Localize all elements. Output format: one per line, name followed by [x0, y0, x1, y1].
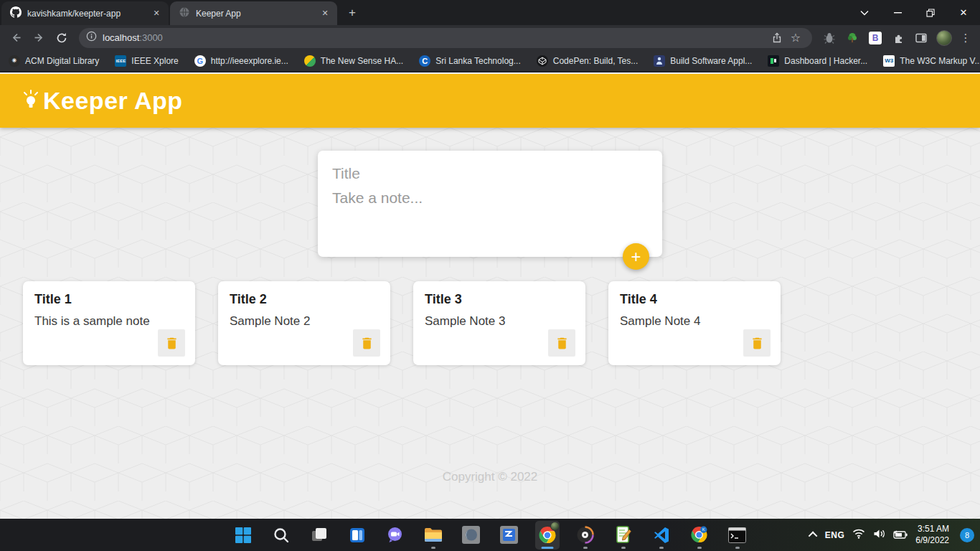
google-favicon: G [194, 55, 206, 67]
notepadpp-button[interactable] [611, 521, 636, 550]
bookmark-label: CodePen: Build, Tes... [553, 56, 639, 66]
trash-icon [359, 336, 374, 351]
address-bar[interactable]: localhost:3000 ☆ [79, 28, 812, 48]
acm-favicon: ✳ [9, 55, 20, 67]
bookmark-build-software[interactable]: Build Software Appl... [654, 55, 752, 67]
running-indicator [697, 547, 702, 549]
new-sense-favicon [304, 55, 316, 67]
extension-b-icon[interactable]: B [865, 28, 885, 48]
tab-close-icon[interactable]: ✕ [319, 7, 331, 20]
hidden-icons-chevron-icon[interactable] [808, 532, 817, 541]
note-content: Sample Note 2 [230, 314, 379, 329]
app-button-1[interactable] [459, 521, 484, 550]
wifi-icon[interactable] [852, 529, 865, 542]
extensions-puzzle-icon[interactable] [888, 28, 908, 48]
w3c-favicon: W3 [883, 55, 895, 67]
file-explorer-button[interactable] [421, 521, 446, 550]
bookmark-label: The New Sense HA... [321, 56, 403, 66]
extension-bug-icon[interactable] [819, 28, 839, 48]
bookmark-sri-lanka-tech[interactable]: CSri Lanka Technolog... [419, 55, 521, 67]
clock-time: 3:51 AM [915, 524, 949, 535]
bookmark-label: Sri Lanka Technolog... [435, 56, 521, 66]
volume-icon[interactable] [873, 529, 885, 542]
bookmark-ieee[interactable]: IEEEIEEE Xplore [115, 55, 178, 67]
bookmark-label: IEEE Xplore [131, 56, 178, 66]
running-indicator [583, 547, 588, 549]
forward-icon[interactable] [29, 28, 49, 48]
bookmark-hackerrank[interactable]: Dashboard | Hacker... [768, 55, 867, 67]
bookmark-codepen[interactable]: CodePen: Build, Tes... [537, 55, 639, 67]
app-title: Keeper App [43, 87, 183, 115]
tab-keeper-app[interactable]: Keeper App ✕ [170, 1, 337, 25]
app-button-2[interactable] [497, 521, 522, 550]
lightbulb-icon [22, 89, 40, 113]
note-card: Title 3 Sample Note 3 [413, 281, 585, 365]
reload-icon[interactable] [52, 28, 72, 48]
vscode-button[interactable] [649, 521, 674, 550]
extension-tree-icon[interactable] [842, 28, 862, 48]
browser-toolbar: localhost:3000 ☆ B ⋮ [0, 25, 980, 50]
profile-avatar[interactable] [934, 28, 954, 48]
start-button[interactable] [231, 521, 255, 550]
running-indicator [621, 547, 626, 549]
search-button[interactable] [269, 521, 293, 550]
windows-taskbar: K ENG 3:51 AM 6/9/2022 8 [0, 519, 980, 551]
chrome-profile-k-button[interactable]: K [687, 521, 712, 550]
bookmark-ieeexplore[interactable]: Ghttp://ieeexplore.ie... [194, 55, 288, 67]
add-note-button[interactable]: + [623, 243, 649, 270]
running-indicator [735, 547, 740, 549]
delete-note-button[interactable] [158, 329, 185, 357]
chrome-button[interactable] [535, 521, 560, 550]
terminal-button[interactable] [725, 521, 750, 550]
note-content: Sample Note 4 [620, 314, 769, 329]
system-tray: ENG 3:51 AM 6/9/2022 8 [811, 519, 974, 551]
note-title: Title 1 [34, 292, 184, 307]
bookmark-label: The W3C Markup V... [900, 56, 980, 66]
note-content: This is a sample note [34, 314, 184, 329]
note-content-input[interactable] [332, 189, 641, 245]
keeper-app-page: Keeper App + Title 1 This is a sample no… [0, 74, 980, 519]
window-minimize-button[interactable] [881, 0, 914, 25]
tab-close-icon[interactable]: ✕ [150, 7, 163, 20]
side-panel-icon[interactable] [911, 28, 931, 48]
battery-charging-icon[interactable] [893, 529, 908, 542]
task-view-button[interactable] [307, 521, 331, 550]
delete-note-button[interactable] [353, 329, 380, 357]
app-button-3[interactable] [573, 521, 598, 550]
build-software-favicon [654, 55, 665, 67]
new-tab-button[interactable]: + [343, 4, 362, 22]
notification-count-badge[interactable]: 8 [960, 528, 974, 542]
bookmark-acm[interactable]: ✳ACM Digital Library [9, 55, 99, 67]
b-letter: B [869, 32, 882, 44]
github-icon [10, 6, 22, 20]
bookmark-star-icon[interactable]: ☆ [786, 29, 805, 47]
window-restore-button[interactable] [914, 0, 947, 25]
widgets-button[interactable] [345, 521, 369, 550]
running-indicator [659, 547, 664, 549]
codepen-favicon [537, 55, 548, 67]
note-title-input[interactable] [332, 165, 641, 182]
bookmark-new-sense[interactable]: The New Sense HA... [304, 55, 403, 67]
create-note-card: + [318, 151, 662, 257]
tab-label: kavishkamk/keepter-app [27, 9, 144, 19]
tab-search-chevron-icon[interactable] [848, 0, 881, 25]
bookmark-w3c[interactable]: W3The W3C Markup V... [883, 55, 980, 67]
bookmark-label: Build Software Appl... [670, 56, 752, 66]
browser-menu-icon[interactable]: ⋮ [957, 32, 974, 44]
svg-text:K: K [702, 527, 705, 532]
tab-github-repo[interactable]: kavishkamk/keepter-app ✕ [1, 1, 169, 25]
trash-icon [164, 336, 179, 351]
language-indicator[interactable]: ENG [825, 530, 845, 540]
delete-note-button[interactable] [743, 329, 771, 357]
share-icon[interactable] [768, 29, 786, 47]
teams-chat-button[interactable] [383, 521, 407, 550]
bookmark-label: http://ieeexplore.ie... [211, 56, 288, 66]
window-close-button[interactable]: ✕ [947, 0, 980, 25]
bookmark-label: ACM Digital Library [25, 56, 99, 66]
delete-note-button[interactable] [548, 329, 575, 357]
site-info-icon[interactable] [86, 31, 97, 44]
taskbar-clock[interactable]: 3:51 AM 6/9/2022 [915, 524, 949, 546]
back-icon[interactable] [6, 28, 26, 48]
chrome-profile-badge [550, 522, 560, 531]
note-card: Title 1 This is a sample note [23, 281, 195, 365]
